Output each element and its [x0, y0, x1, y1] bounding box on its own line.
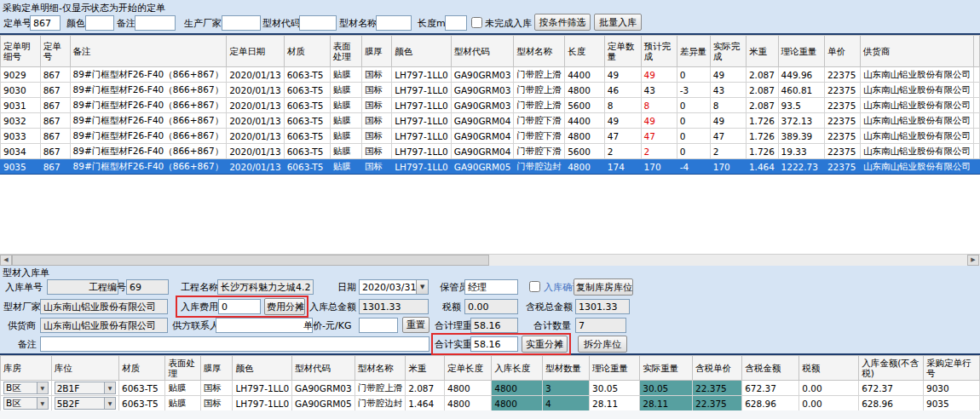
- cell[interactable]: LH797-1LL0: [233, 396, 292, 411]
- batch-inbound-button[interactable]: 批量入库: [594, 14, 642, 31]
- cell[interactable]: 43: [710, 83, 746, 98]
- order-no-input[interactable]: [30, 15, 61, 31]
- cell[interactable]: 1222.73: [778, 159, 824, 175]
- cell[interactable]: 22375: [824, 67, 860, 83]
- cell[interactable]: 6063-T5: [119, 396, 165, 411]
- cell[interactable]: GA90GRM03: [451, 98, 514, 113]
- column-header[interactable]: 入库金额(不含税): [859, 356, 924, 381]
- cell[interactable]: 867: [40, 98, 70, 113]
- cell[interactable]: 22375: [824, 83, 860, 98]
- cell[interactable]: 2020/01/13: [227, 98, 285, 113]
- column-header[interactable]: 型材数量: [542, 356, 589, 381]
- cell[interactable]: 门带腔边封: [355, 396, 406, 411]
- cell[interactable]: 山东南山铝业股份有限公司: [860, 159, 973, 175]
- cell[interactable]: 0.00: [799, 381, 859, 396]
- column-header[interactable]: 实际完成: [710, 36, 746, 67]
- cell[interactable]: 89#门框型材F26-F40（866+867）: [70, 144, 227, 159]
- cell[interactable]: 2.087: [746, 83, 778, 98]
- contact-field[interactable]: [216, 318, 313, 333]
- cell[interactable]: GA90GRM03: [451, 83, 514, 98]
- cell[interactable]: 山东南山铝业股份有限公司: [860, 144, 973, 159]
- column-header[interactable]: 库位: [51, 356, 118, 381]
- total-qty-field[interactable]: [575, 318, 626, 333]
- cell[interactable]: 28.11: [640, 396, 693, 411]
- column-header[interactable]: 供货商: [860, 36, 973, 67]
- cell[interactable]: 4800: [565, 83, 605, 98]
- column-header[interactable]: 长度: [565, 36, 605, 67]
- cell[interactable]: 4400: [565, 67, 605, 83]
- length-input[interactable]: [445, 15, 467, 31]
- column-header[interactable]: 理论重量: [590, 356, 640, 381]
- cell[interactable]: 6063-T5: [284, 144, 330, 159]
- cell[interactable]: 2.087: [746, 67, 778, 83]
- split-location-button[interactable]: 拆分库位: [578, 336, 627, 353]
- cell[interactable]: 5600: [565, 98, 605, 113]
- cell[interactable]: GA90GRM03: [451, 67, 514, 83]
- chevron-down-icon[interactable]: ▼: [104, 398, 115, 409]
- cell[interactable]: 2.087: [406, 381, 445, 396]
- cell[interactable]: 4400: [565, 113, 605, 129]
- order-row[interactable]: 903486789#门框型材F26-F40（866+867）2020/01/13…: [1, 144, 980, 159]
- cell[interactable]: 22375: [824, 129, 860, 144]
- column-header[interactable]: 入库长度: [492, 356, 543, 381]
- project-name-field[interactable]: [217, 279, 314, 295]
- cell[interactable]: 9030: [924, 381, 980, 396]
- cell[interactable]: 6063-T5: [284, 98, 330, 113]
- cell[interactable]: 8: [604, 98, 641, 113]
- cell[interactable]: 5600: [565, 144, 605, 159]
- scroll-right-icon[interactable]: ▶: [967, 255, 979, 266]
- column-header[interactable]: 材质: [284, 36, 330, 67]
- cell[interactable]: 49: [710, 113, 746, 129]
- cell[interactable]: LH797-1LL0: [392, 129, 452, 144]
- cell[interactable]: 山东南山铝业股份有限公司: [860, 67, 973, 83]
- cell[interactable]: 22.375: [693, 381, 742, 396]
- column-header[interactable]: 型材名称: [514, 36, 565, 67]
- cell[interactable]: 0: [677, 67, 710, 83]
- cell[interactable]: 89#门框型材F26-F40（866+867）: [70, 129, 227, 144]
- cell[interactable]: 47: [710, 129, 746, 144]
- column-header[interactable]: 米重: [746, 36, 778, 67]
- total-with-tax-field[interactable]: [575, 299, 630, 314]
- cell[interactable]: 贴膜: [330, 159, 361, 175]
- calendar-dropdown-icon[interactable]: ▼: [416, 280, 428, 294]
- cell[interactable]: 2020/01/13: [227, 159, 285, 175]
- inbound-row[interactable]: B区▼2B1F▼6063-T5贴膜国标LH797-1LL0GA90GRM03门带…: [1, 381, 980, 396]
- cell[interactable]: B区▼: [1, 381, 52, 396]
- cell[interactable]: 山东南山铝业股份有限公司: [860, 98, 973, 113]
- cell[interactable]: 国标: [361, 67, 391, 83]
- cell[interactable]: 4800: [444, 381, 491, 396]
- cell[interactable]: 0: [677, 144, 710, 159]
- cell[interactable]: 30.05: [590, 381, 640, 396]
- cell[interactable]: 国标: [361, 98, 391, 113]
- scroll-left-icon[interactable]: ◀: [0, 255, 12, 266]
- fee-share-button[interactable]: 费用分摊: [264, 298, 305, 315]
- scrollbar-thumb[interactable]: [12, 255, 489, 266]
- color-input[interactable]: [85, 15, 114, 31]
- cell[interactable]: 867: [40, 83, 70, 98]
- column-header[interactable]: 定单长度: [444, 356, 491, 381]
- column-header[interactable]: 膜厚: [361, 36, 391, 67]
- column-header[interactable]: 材质: [119, 356, 165, 381]
- cell[interactable]: 4800: [492, 396, 543, 411]
- cell[interactable]: 门带腔下滑: [514, 113, 565, 129]
- cell[interactable]: 43: [641, 83, 677, 98]
- cell[interactable]: 3: [542, 381, 589, 396]
- cell[interactable]: 22375: [824, 98, 860, 113]
- cell[interactable]: 89#门框型材F26-F40（866+867）: [70, 159, 227, 175]
- cell[interactable]: 170: [710, 159, 746, 175]
- cell[interactable]: 46: [604, 83, 641, 98]
- cell[interactable]: 449.96: [778, 67, 824, 83]
- project-no-field[interactable]: [126, 279, 169, 295]
- combo-select[interactable]: B区▼: [3, 382, 49, 394]
- cell[interactable]: 867: [40, 129, 70, 144]
- cell[interactable]: 国标: [361, 144, 391, 159]
- cell[interactable]: 89#门框型材F26-F40（866+867）: [70, 113, 227, 129]
- cell[interactable]: LH797-1LL0: [392, 98, 452, 113]
- cell[interactable]: 贴膜: [330, 144, 361, 159]
- inbound-confirm-checkbox[interactable]: [529, 281, 540, 292]
- cell[interactable]: 9035: [1, 159, 41, 175]
- cell[interactable]: 6063-T5: [284, 159, 330, 175]
- cell[interactable]: 6063-T5: [284, 129, 330, 144]
- cell[interactable]: 山东南山铝业股份有限公司: [860, 129, 973, 144]
- tax-field[interactable]: [464, 299, 518, 314]
